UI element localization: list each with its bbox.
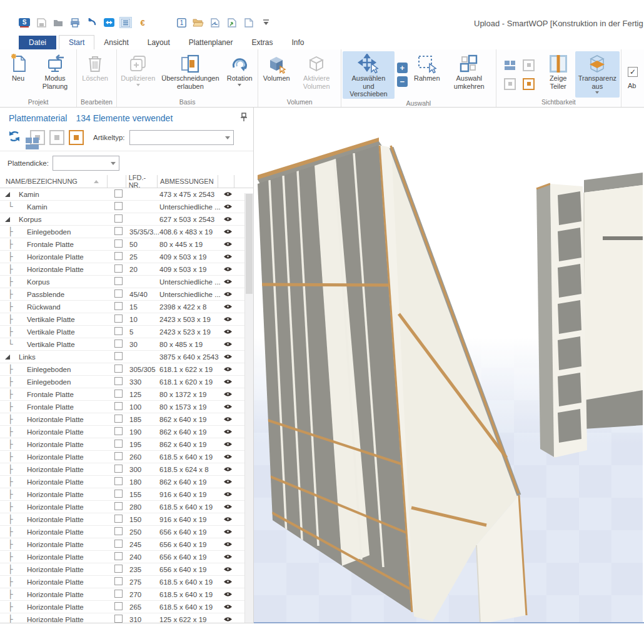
tab-layout[interactable]: Layout: [138, 36, 179, 49]
ueberschneidungen-button[interactable]: Überschneidungen erlauben: [158, 51, 223, 98]
visibility-eye-icon[interactable]: [223, 416, 233, 422]
row-checkbox[interactable]: [114, 202, 123, 210]
table-row[interactable]: ├Horizontale Platte150916 x 640 x 19: [0, 513, 245, 526]
row-checkbox[interactable]: [114, 402, 123, 410]
row-checkbox[interactable]: [114, 490, 123, 498]
visibility-eye-icon[interactable]: [223, 529, 233, 535]
row-checkbox[interactable]: [114, 415, 123, 423]
tab-ansicht[interactable]: Ansicht: [94, 36, 138, 49]
viewport-3d[interactable]: [254, 108, 644, 623]
neu-button[interactable]: Neu: [1, 51, 35, 98]
rotation-button[interactable]: Rotation: [223, 51, 256, 98]
panel-scrollbar[interactable]: [244, 193, 253, 623]
row-checkbox[interactable]: [114, 239, 123, 248]
selection-remove-button[interactable]: −: [397, 76, 408, 87]
visibility-eye-icon[interactable]: [223, 579, 233, 585]
row-checkbox[interactable]: [114, 452, 123, 460]
table-row[interactable]: ├Horizontale Platte270618.5 x 640 x 19: [0, 588, 245, 601]
row-checkbox[interactable]: [114, 327, 123, 335]
visibility-eye-icon[interactable]: [223, 591, 233, 597]
visibility-eye-icon[interactable]: [223, 554, 233, 560]
row-checkbox[interactable]: [114, 365, 123, 373]
zeige-teiler-button[interactable]: Zeige Teiler: [541, 51, 575, 98]
tab-info[interactable]: Info: [282, 36, 313, 49]
duplizieren-button[interactable]: Duplizieren: [118, 51, 158, 98]
print-icon[interactable]: [69, 18, 81, 28]
tab-datei[interactable]: Datei: [19, 36, 56, 49]
scrollbar-thumb[interactable]: [246, 194, 253, 294]
undo-icon[interactable]: [86, 18, 98, 28]
loeschen-button[interactable]: Löschen: [78, 51, 112, 98]
visibility-eye-icon[interactable]: [223, 379, 233, 385]
plattendicke-select[interactable]: [53, 156, 119, 171]
archive-icon[interactable]: [53, 18, 64, 28]
table-row[interactable]: ├Passblende45/40Unterschiedliche ...: [0, 288, 245, 301]
table-row[interactable]: ├Horizontale Platte180862 x 640 x 19: [0, 476, 245, 488]
row-checkbox[interactable]: [114, 340, 123, 348]
visibility-eye-icon[interactable]: [223, 354, 233, 360]
row-checkbox[interactable]: [114, 602, 123, 610]
row-checkbox[interactable]: [114, 502, 123, 510]
visibility-eye-icon[interactable]: [223, 504, 233, 510]
row-checkbox[interactable]: [114, 227, 123, 235]
tab-start[interactable]: Start: [59, 35, 94, 49]
table-row[interactable]: ├Horizontale Platte275618.5 x 640 x 19: [0, 576, 245, 588]
row-checkbox[interactable]: [114, 264, 123, 273]
table-row[interactable]: Korpus627 x 503 x 2543: [0, 213, 245, 226]
filter-selected-button[interactable]: [69, 130, 84, 145]
visibility-eye-icon[interactable]: [223, 191, 233, 197]
visibility-eye-icon[interactable]: [223, 266, 233, 272]
artikeltyp-select[interactable]: [129, 130, 234, 145]
table-row[interactable]: ├Einlegeboden35/35/3...408.6 x 483 x 19: [0, 226, 245, 238]
table-row[interactable]: ├Horizontale Platte235656 x 640 x 19: [0, 563, 245, 576]
table-row[interactable]: ├Horizontale Platte185862 x 640 x 19: [0, 413, 245, 426]
tab-plattenplaner[interactable]: Plattenplaner: [179, 36, 243, 49]
refresh-button[interactable]: [8, 129, 21, 146]
rahmen-button[interactable]: Rahmen: [410, 51, 444, 99]
column-header-extra[interactable]: [234, 175, 245, 188]
visibility-eye-icon[interactable]: [223, 241, 233, 247]
row-checkbox[interactable]: [114, 615, 123, 623]
row-checkbox[interactable]: [114, 552, 123, 560]
table-row[interactable]: ├Horizontale Platte280618.5 x 640 x 19: [0, 501, 245, 513]
qat-customize-dropdown-icon[interactable]: [260, 18, 271, 28]
tab-extras[interactable]: Extras: [242, 36, 282, 49]
table-row[interactable]: ├Horizontale Platte300618.5 x 624 x 8: [0, 463, 245, 476]
visibility-eye-icon[interactable]: [223, 616, 233, 622]
visibility-eye-icon[interactable]: [223, 291, 233, 297]
show-selected-toggle[interactable]: [521, 76, 536, 91]
visibility-eye-icon[interactable]: [223, 466, 233, 472]
import-page-icon[interactable]: [209, 18, 221, 28]
row-checkbox[interactable]: [114, 477, 123, 485]
table-row[interactable]: ├Horizontale Platte155916 x 640 x 19: [0, 488, 245, 501]
modus-planung-button[interactable]: Modus Planung: [35, 51, 75, 98]
visibility-eye-icon[interactable]: [223, 516, 233, 522]
row-checkbox[interactable]: [114, 390, 123, 398]
open-folder-icon[interactable]: [193, 18, 204, 28]
row-checkbox[interactable]: [114, 527, 123, 535]
table-row[interactable]: ├Horizontale Platte20409 x 503 x 19: [0, 263, 245, 276]
table-row[interactable]: ├Horizontale Platte310125 x 622 x 19: [0, 613, 245, 623]
visibility-eye-icon[interactable]: [223, 491, 233, 497]
row-checkbox[interactable]: [114, 252, 123, 260]
row-checkbox[interactable]: [114, 590, 123, 598]
tree-expander-icon[interactable]: [5, 355, 10, 360]
table-row[interactable]: ├Horizontale Platte240656 x 640 x 19: [0, 551, 245, 563]
row-checkbox[interactable]: [114, 302, 123, 310]
table-row[interactable]: ├Frontale Platte10080 x 1573 x 19: [0, 401, 245, 413]
export-page-icon[interactable]: [226, 18, 238, 28]
remote-support-icon[interactable]: [103, 18, 114, 28]
tree-expander-icon[interactable]: [5, 192, 10, 197]
column-header-name[interactable]: NAME/BEZEICHNUNG: [0, 175, 108, 188]
selection-add-button[interactable]: +: [397, 63, 408, 73]
row-checkbox[interactable]: [114, 214, 123, 223]
visibility-eye-icon[interactable]: [223, 279, 233, 284]
abmessungen-checkbox[interactable]: ✓: [628, 67, 638, 77]
visibility-eye-icon[interactable]: [223, 441, 233, 447]
table-row[interactable]: └Vertikale Platte3080 x 485 x 19: [0, 338, 245, 351]
row-checkbox[interactable]: [114, 577, 123, 585]
table-row[interactable]: ├Horizontale Platte190862 x 640 x 19: [0, 426, 245, 438]
show-korpus-toggle[interactable]: [521, 58, 536, 73]
visibility-eye-icon[interactable]: [223, 566, 233, 572]
visibility-eye-icon[interactable]: [223, 604, 233, 610]
